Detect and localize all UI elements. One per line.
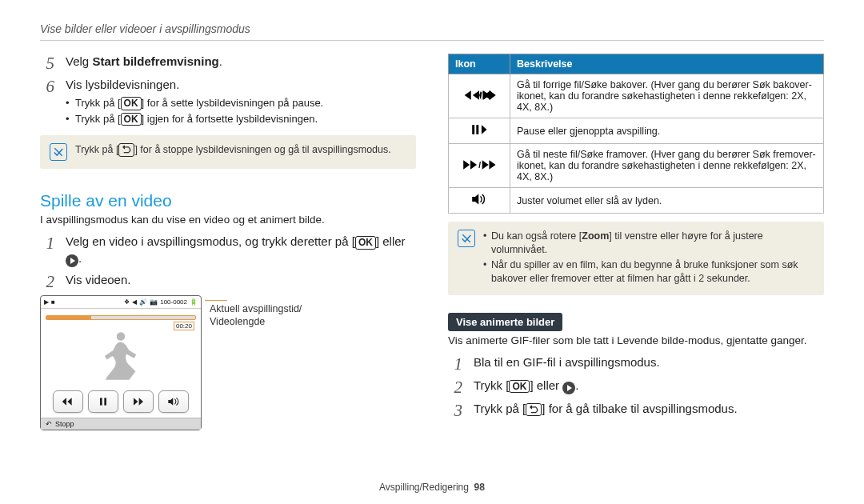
gif-steps: 1Bla til en GIF-fil i avspillingsmodus. … [448,354,824,419]
step-number: 1 [448,356,462,373]
info-icon [458,230,475,247]
svg-rect-4 [476,125,478,134]
page-footer: Avspilling/Redigering 98 [0,482,864,493]
volume-icon [449,188,510,214]
step-body: Trykk på [⮌] for å gå tilbake til avspil… [474,401,824,419]
step-body: Bla til en GIF-fil i avspillingsmodus. [474,354,824,373]
left-column: 5 Velg Start bildefremvisning. 6 Vis lys… [40,54,416,430]
icon-description-table: Ikon Beskrivelse / Gå til forrige fil/Sø… [448,54,824,214]
svg-rect-1 [104,398,106,405]
info-icon [50,143,67,161]
forward-button[interactable] [123,390,154,413]
elapsed-time: 00:20 [174,322,194,330]
step-body: Velg Start bildefremvisning. [66,54,416,72]
step-body: Vis videoen. [66,272,416,290]
th-desc: Beskrivelse [510,54,824,74]
step-body: Trykk [OK] eller . [474,378,824,396]
svg-rect-3 [472,125,474,134]
pause-play-icon [449,118,510,144]
step-number: 2 [40,274,54,290]
step-number: 2 [448,379,462,396]
desc-vol: Juster volumet eller slå av lyden. [510,188,824,214]
dancer-silhouette [98,328,143,386]
subsection-intro: Vis animerte GIF-filer som ble tatt i Le… [448,334,824,346]
right-column: Ikon Beskrivelse / Gå til forrige fil/Sø… [448,54,824,430]
steps-5-6: 5 Velg Start bildefremvisning. 6 Vis lys… [40,54,416,127]
desc-back: Gå til forrige fil/Søke bakover. (Hver g… [510,74,824,118]
volume-button[interactable] [158,390,189,413]
step-number: 6 [40,78,54,127]
pause-button[interactable] [88,390,118,413]
progress-bar [46,315,196,320]
figure-callout: Aktuell avspillingstid/ Videolengde [210,295,302,329]
step6-bullets: Trykk på [OK] for å sette lysbildevisnin… [66,96,416,126]
skip-back-rewind-icon: / [449,74,510,118]
step-number: 3 [448,402,462,419]
step-number: 1 [40,235,54,266]
step-number: 5 [40,55,54,72]
forward-skip-icon: / [449,144,510,188]
svg-text:/: / [478,160,481,169]
svg-rect-0 [100,398,102,405]
play-indicator-icon: ■ [51,298,55,306]
step-body: Velg en video i avspillingsmodus, og try… [66,234,416,266]
section-title-play-video: Spille av en video [40,191,416,210]
steps-1-2: 1 Velg en video i avspillingsmodus, og t… [40,234,416,290]
step-body: Vis lysbildevisningen. Trykk på [OK] for… [66,77,416,127]
svg-text:/: / [480,90,482,99]
video-player-mock: ▶■ ❖◀🔊📷100-0002🔋 00:20 [40,295,202,430]
video-figure: ▶■ ❖◀🔊📷100-0002🔋 00:20 [40,295,416,430]
section-intro: I avspillingsmodus kan du vise en video … [40,214,416,226]
desc-pause: Pause eller gjenoppta avspilling. [510,118,824,144]
desc-fwd: Gå til neste fil/Søke framover. (Hver ga… [510,144,824,188]
rewind-button[interactable] [53,390,83,413]
th-icon: Ikon [449,54,510,74]
back-icon: ↶ [46,420,52,428]
subsection-pill: Vise animerte bilder [448,313,562,331]
note-video-controls: Du kan også rotere [Zoom] til venstre el… [448,222,824,295]
breadcrumb: Vise bilder eller videoer i avspillingsm… [40,22,824,41]
note-slideshow: Trykk på [⮌] for å stoppe lysbildevisnin… [40,135,416,169]
